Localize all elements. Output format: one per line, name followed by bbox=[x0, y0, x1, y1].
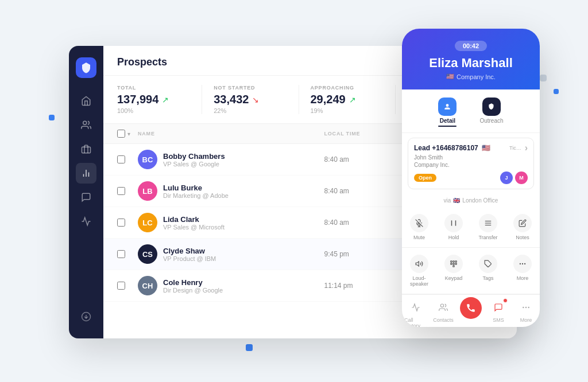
caller-company: 🇺🇸 Company Inc. bbox=[411, 73, 531, 80]
row5-name: Cole Henry bbox=[163, 278, 223, 287]
transfer-icon bbox=[479, 214, 497, 232]
end-call-icon[interactable] bbox=[460, 297, 482, 319]
notes-button[interactable]: Notes bbox=[505, 209, 540, 245]
mute-button[interactable]: Mute bbox=[402, 209, 436, 245]
row1-check bbox=[117, 155, 138, 163]
svg-rect-19 bbox=[451, 263, 452, 264]
svg-marker-15 bbox=[416, 262, 419, 266]
stat-total-trend: ↗ bbox=[162, 95, 169, 104]
nav-sms[interactable]: SMS bbox=[485, 295, 512, 327]
tags-button[interactable]: Tags bbox=[471, 250, 505, 291]
stat-total-value: 137,994 bbox=[117, 93, 158, 106]
svg-point-26 bbox=[524, 263, 525, 264]
row3-name: Lida Clark bbox=[163, 215, 225, 224]
row1-name: Bobby Chambers bbox=[163, 152, 225, 161]
sidebar-item-home[interactable] bbox=[76, 91, 96, 111]
lead-status-badge: Open bbox=[414, 174, 436, 182]
notes-icon bbox=[513, 214, 532, 232]
svg-point-29 bbox=[525, 307, 527, 308]
row2-check bbox=[117, 187, 138, 195]
call-timer: 00:42 bbox=[455, 41, 487, 51]
svg-point-30 bbox=[528, 307, 529, 308]
contacts-icon bbox=[435, 299, 451, 315]
row3-avatar: LC bbox=[138, 213, 157, 232]
stat-total: TOTAL 137,994 ↗ 100% bbox=[117, 85, 202, 114]
col-name-header: NAME bbox=[138, 131, 324, 137]
row5-checkbox[interactable] bbox=[117, 282, 125, 290]
decorative-dot-1 bbox=[49, 115, 55, 120]
sidebar-item-analytics[interactable] bbox=[76, 211, 96, 232]
col-check-header: ▾ bbox=[117, 130, 138, 138]
collapse-icon[interactable]: › bbox=[525, 143, 528, 153]
row5-name-col: CH Cole Henry Dir Design @ Google bbox=[138, 276, 324, 295]
transfer-button[interactable]: Transfer bbox=[471, 209, 505, 245]
hold-button[interactable]: Hold bbox=[436, 209, 471, 245]
row4-check bbox=[117, 250, 138, 258]
sidebar-item-download[interactable] bbox=[76, 306, 96, 327]
lead-company: Company Inc. bbox=[414, 162, 528, 168]
stat-total-label: TOTAL bbox=[117, 85, 190, 91]
more-button[interactable]: More bbox=[505, 250, 540, 291]
row4-role: VP Product @ IBM bbox=[163, 255, 216, 262]
sidebar-item-users[interactable] bbox=[76, 115, 96, 135]
sidebar bbox=[69, 46, 103, 338]
lead-number: Lead +16468786107 🇺🇸 Tic… › bbox=[414, 143, 528, 153]
select-all-checkbox[interactable] bbox=[117, 130, 125, 138]
row3-contact: Lida Clark VP Sales @ Microsoft bbox=[163, 215, 225, 231]
tab-indicator bbox=[438, 126, 457, 127]
sort-chevron: ▾ bbox=[127, 131, 130, 137]
row3-check bbox=[117, 219, 138, 227]
sidebar-item-briefcase[interactable] bbox=[76, 139, 96, 159]
app-wrapper: Prospects TOTAL 137,994 ↗ 100% NOT START… bbox=[69, 46, 517, 338]
nav-contacts[interactable]: Contacts bbox=[430, 295, 457, 327]
call-controls: Mute Hold T bbox=[402, 207, 540, 248]
sidebar-item-chat[interactable] bbox=[76, 187, 96, 208]
sidebar-logo bbox=[76, 57, 96, 78]
row2-avatar: LB bbox=[138, 181, 157, 201]
row1-time: 8:40 am bbox=[324, 155, 413, 163]
decorative-dot-3 bbox=[554, 89, 559, 94]
stat-ns-label: NOT STARTED bbox=[214, 85, 287, 91]
row3-time: 8:40 am bbox=[324, 219, 413, 227]
bottom-controls: Loud-speaker Keypad bbox=[402, 248, 540, 294]
row2-contact: Lulu Burke Dir Marketing @ Adobe bbox=[163, 184, 229, 199]
more-label: More bbox=[517, 275, 529, 281]
row5-contact: Cole Henry Dir Design @ Google bbox=[163, 278, 223, 294]
tags-label: Tags bbox=[482, 275, 493, 281]
stat-ns-pct: 22% bbox=[214, 107, 287, 114]
svg-rect-21 bbox=[455, 263, 457, 264]
loudspeaker-button[interactable]: Loud-speaker bbox=[402, 250, 436, 291]
call-header: 00:42 Eliza Marshall 🇺🇸 Company Inc. bbox=[402, 29, 540, 89]
lead-avatar-1: J bbox=[500, 171, 513, 184]
row4-name-col: CS Clyde Shaw VP Product @ IBM bbox=[138, 244, 324, 264]
stat-ap-trend: ↗ bbox=[349, 95, 356, 104]
row4-name: Clyde Shaw bbox=[163, 247, 216, 255]
keypad-button[interactable]: Keypad bbox=[436, 250, 471, 291]
row1-checkbox[interactable] bbox=[117, 155, 125, 163]
sidebar-item-chart[interactable] bbox=[76, 163, 96, 184]
svg-point-27 bbox=[440, 304, 443, 307]
row4-checkbox[interactable] bbox=[117, 250, 125, 258]
row3-name-col: LC Lida Clark VP Sales @ Microsoft bbox=[138, 213, 324, 232]
phone-tabs: Detail Outreach bbox=[402, 89, 540, 133]
row3-checkbox[interactable] bbox=[117, 219, 125, 227]
stat-ap-value: 29,249 bbox=[311, 93, 346, 106]
row2-role: Dir Marketing @ Adobe bbox=[163, 192, 229, 199]
stat-ap-pct: 19% bbox=[311, 107, 384, 114]
contacts-label: Contacts bbox=[433, 317, 454, 323]
mute-label: Mute bbox=[413, 235, 425, 240]
hold-label: Hold bbox=[448, 235, 459, 240]
tab-outreach[interactable]: Outreach bbox=[474, 95, 509, 129]
svg-point-25 bbox=[522, 263, 523, 264]
row4-time: 9:45 pm bbox=[324, 250, 413, 258]
svg-rect-16 bbox=[451, 261, 452, 262]
nav-call[interactable] bbox=[457, 295, 485, 327]
keypad-label: Keypad bbox=[445, 275, 463, 281]
nav-more[interactable]: More bbox=[512, 295, 540, 327]
tab-detail[interactable]: Detail bbox=[432, 95, 462, 129]
row5-role: Dir Design @ Google bbox=[163, 287, 223, 294]
svg-rect-17 bbox=[453, 261, 454, 262]
nav-more-icon bbox=[518, 299, 534, 315]
row2-name: Lulu Burke bbox=[163, 184, 229, 192]
row2-checkbox[interactable] bbox=[117, 187, 125, 195]
